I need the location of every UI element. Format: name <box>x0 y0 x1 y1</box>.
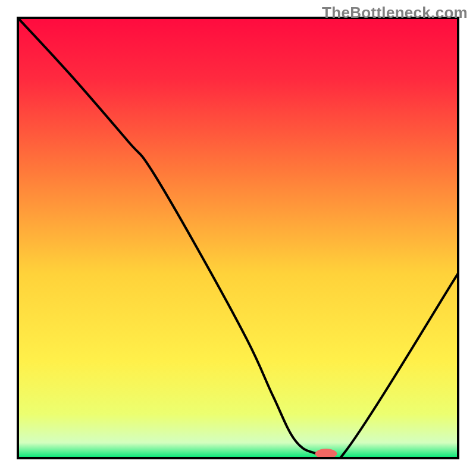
chart-container: TheBottleneck.com <box>0 0 476 476</box>
watermark-text: TheBottleneck.com <box>322 4 468 22</box>
gradient-background <box>18 18 458 458</box>
chart-svg <box>0 0 476 476</box>
